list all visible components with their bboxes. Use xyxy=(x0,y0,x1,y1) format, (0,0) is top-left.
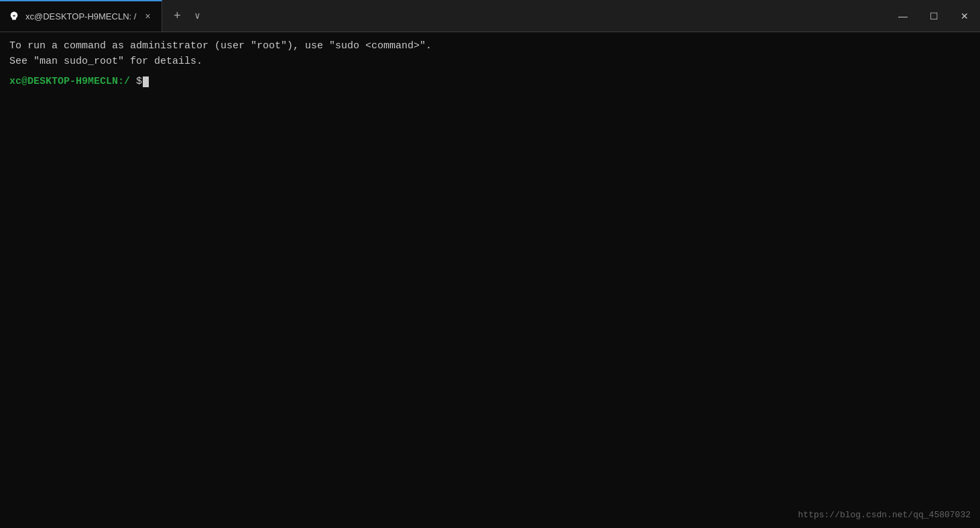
dropdown-button[interactable]: ∨ xyxy=(189,8,205,24)
prompt-dollar xyxy=(130,74,136,90)
window-controls: — ☐ ✕ xyxy=(887,0,980,32)
prompt-dollar-sign: $ xyxy=(136,74,142,90)
tab-close-button[interactable]: × xyxy=(141,11,154,23)
new-tab-button[interactable]: + xyxy=(168,7,186,25)
prompt-user-host: xc@DESKTOP-H9MECLN xyxy=(9,74,118,90)
terminal-tab[interactable]: xc@DESKTOP-H9MECLN: / × xyxy=(0,0,162,32)
titlebar-left: xc@DESKTOP-H9MECLN: / × + ∨ xyxy=(0,0,887,32)
watermark: https://blog.csdn.net/qq_45807032 xyxy=(798,509,971,522)
maximize-button[interactable]: ☐ xyxy=(918,0,949,32)
terminal-line-1: To run a command as administrator (user … xyxy=(9,39,971,54)
terminal-cursor xyxy=(143,76,149,87)
close-button[interactable]: ✕ xyxy=(949,0,980,32)
tab-title: xc@DESKTOP-H9MECLN: / xyxy=(25,11,136,21)
titlebar: xc@DESKTOP-H9MECLN: / × + ∨ — ☐ ✕ xyxy=(0,0,980,32)
terminal-line-2: See "man sudo_root" for details. xyxy=(9,54,971,70)
prompt-path: :/ xyxy=(118,74,130,90)
terminal-body[interactable]: To run a command as administrator (user … xyxy=(0,32,980,528)
terminal-prompt-line: xc@DESKTOP-H9MECLN :/ $ xyxy=(9,74,971,90)
titlebar-actions: + ∨ xyxy=(162,0,210,32)
minimize-button[interactable]: — xyxy=(887,0,918,32)
linux-icon xyxy=(8,11,20,23)
